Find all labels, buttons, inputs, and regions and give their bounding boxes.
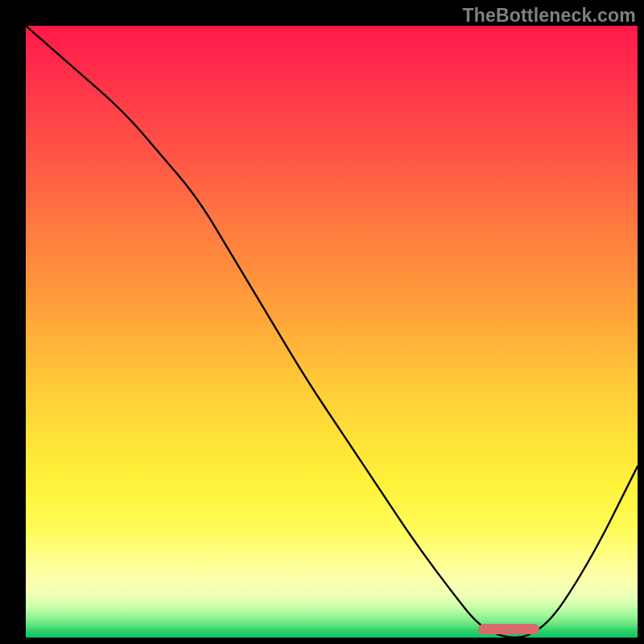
- bottleneck-curve: [26, 26, 638, 638]
- chart-frame: TheBottleneck.com: [0, 0, 644, 644]
- plot-area: [26, 26, 638, 638]
- optimal-range-marker: [478, 624, 539, 634]
- watermark-text: TheBottleneck.com: [462, 5, 636, 27]
